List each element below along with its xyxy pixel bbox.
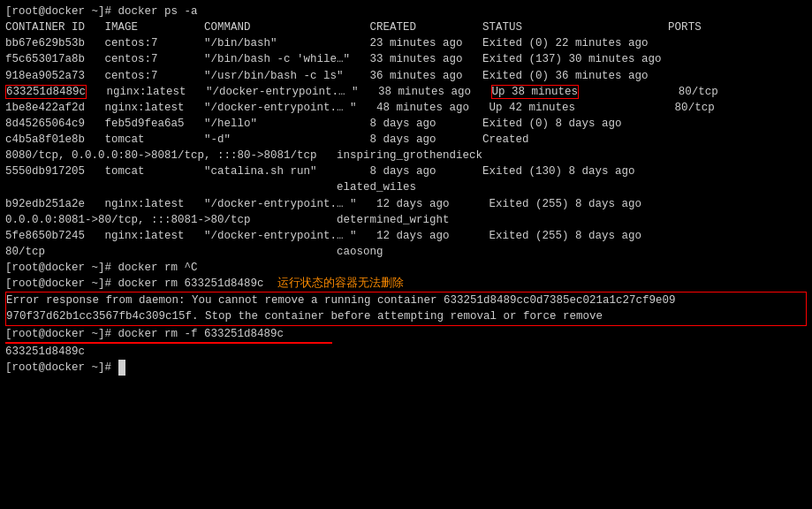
row-5550-1: 5550db917205 tomcat "catalina.sh run" 8 … bbox=[5, 163, 807, 179]
row-bb67: bb67e629b53b centos:7 "/bin/bash" 23 min… bbox=[5, 35, 807, 51]
cmd-rm-force: [root@docker ~]# docker rm -f 633251d848… bbox=[5, 326, 807, 344]
error-message: Error response from daemon: You cannot r… bbox=[5, 292, 807, 325]
status-box: Up 38 minutes bbox=[491, 85, 580, 99]
final-prompt: [root@docker ~]# bbox=[5, 360, 807, 376]
annotation-running: 运行状态的容器无法删除 bbox=[264, 277, 404, 290]
row-5fe8-2: 80/tcp caosong bbox=[5, 244, 807, 260]
row-918e: 918ea9052a73 centos:7 "/usr/bin/bash -c … bbox=[5, 68, 807, 84]
row-1be8: 1be8e422af2d nginx:latest "/docker-entry… bbox=[5, 100, 807, 116]
row-b92e-1: b92edb251a2e nginx:latest "/docker-entry… bbox=[5, 196, 807, 212]
result-id: 633251d8489c bbox=[5, 344, 807, 360]
cmd-rm-c: [root@docker ~]# docker rm ^C bbox=[5, 260, 807, 276]
cmd-rm-force-text: [root@docker ~]# docker rm -f 633251d848… bbox=[5, 328, 284, 340]
container-id-box: 633251d8489c bbox=[5, 85, 87, 99]
table-header: CONTAINER ID IMAGE COMMAND CREATED STATU… bbox=[5, 19, 807, 35]
row-5550-2: elated_wiles bbox=[5, 179, 807, 195]
row-6332: 633251d8489c nginx:latest "/docker-entry… bbox=[5, 84, 807, 100]
row-8d45: 8d45265064c9 feb5d9fea6a5 "/hello" 8 day… bbox=[5, 116, 807, 132]
row-c4b5-1: c4b5a8f01e8b tomcat "-d" 8 days ago Crea… bbox=[5, 132, 807, 148]
cursor bbox=[118, 360, 125, 376]
row-c4b5-2: 8080/tcp, 0.0.0.0:80->8081/tcp, :::80->8… bbox=[5, 148, 807, 163]
terminal-window: [root@docker ~]# docker ps -a CONTAINER … bbox=[0, 0, 812, 509]
row-b92e-2: 0.0.0.0:8081->80/tcp, :::8081->80/tcp de… bbox=[5, 212, 807, 228]
row-f5c6: f5c653017a8b centos:7 "/bin/bash -c 'whi… bbox=[5, 51, 807, 67]
cmd-rm-633: [root@docker ~]# docker rm 633251d8489c … bbox=[5, 276, 807, 292]
row-5fe8-1: 5fe8650b7245 nginx:latest "/docker-entry… bbox=[5, 228, 807, 244]
line-1: [root@docker ~]# docker ps -a bbox=[5, 4, 807, 19]
